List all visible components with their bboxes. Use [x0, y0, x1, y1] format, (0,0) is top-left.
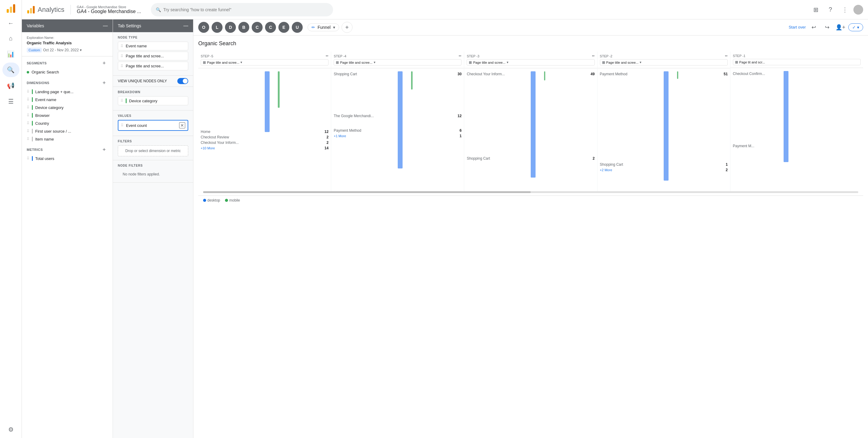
node-type-item-1[interactable]: ⠿ Page title and scree... — [118, 52, 188, 60]
unique-nodes-label: VIEW UNIQUE NODES ONLY — [118, 79, 167, 83]
step-1-body: Checkout Confirm... Payment M... — [731, 68, 863, 191]
step-2-dimension-pill[interactable]: ▦ Page title and scree... ▾ — [600, 59, 728, 66]
unique-nodes-toggle[interactable] — [177, 78, 188, 84]
segment-E[interactable]: E — [278, 22, 289, 33]
step-5-bar-desktop — [265, 71, 270, 132]
add-metric-button[interactable]: + — [100, 146, 108, 153]
undo-icon[interactable]: ↩ — [808, 22, 819, 33]
variables-minimize-button[interactable]: — — [103, 23, 108, 29]
step-2-body: Payment Method 51 Shopping Cart 1 +2 Mor… — [597, 68, 730, 191]
svg-rect-0 — [7, 9, 9, 13]
step-5-edit-icon[interactable]: ✏ — [326, 54, 329, 58]
search-bar[interactable]: 🔍 — [151, 3, 333, 17]
funnel-selector[interactable]: ✏ Funnel ▾ — [308, 23, 339, 31]
dimension-color-bar — [32, 121, 33, 126]
dimension-label: Event name — [35, 97, 56, 102]
funnel-steps: STEP -5 ✏ ▦ Page title and scree... ▾ — [198, 52, 863, 191]
nav-settings-icon[interactable]: ⚙ — [5, 424, 17, 436]
segment-B[interactable]: B — [238, 22, 249, 33]
node-type-item-2[interactable]: ⠿ Page title and scree... — [118, 62, 188, 70]
node-type-item-0[interactable]: ⠿ Event name — [118, 41, 188, 51]
step-col-3: STEP -3 ✏ ▦ Page title and scree... ▾ — [464, 52, 597, 191]
dimension-color-bar — [32, 89, 33, 94]
step-5-body: Home 12 Checkout Review 2 Checkout Your … — [198, 68, 331, 191]
check-chevron-icon: ▾ — [857, 25, 859, 30]
dimension-item-0: ⠿ Landing page + que... — [22, 88, 113, 96]
redo-icon[interactable]: ↪ — [822, 22, 833, 33]
grid-icon[interactable]: ⊞ — [810, 4, 822, 16]
dimension-label: Browser — [35, 113, 50, 118]
breakdown-item-0: ⠿ Device category — [118, 96, 188, 105]
step-5-nodes: Home 12 Checkout Review 2 Checkout Your … — [199, 129, 330, 151]
nav-advertising-icon[interactable]: 📢 — [2, 78, 20, 93]
dimension-label: First user source / ... — [35, 129, 71, 133]
nav-explore-icon[interactable]: 🔍 — [2, 63, 20, 77]
svg-rect-5 — [33, 6, 35, 13]
step-3-node-1: Shopping Cart 2 — [465, 156, 596, 161]
more-vert-icon[interactable]: ⋮ — [839, 4, 851, 16]
step-4-body: Shopping Cart 30 The Google Merchandi...… — [331, 68, 464, 191]
segment-D[interactable]: D — [225, 22, 236, 33]
step-1-nodes: Checkout Confirm... Payment M... — [732, 71, 862, 149]
step-4-edit-icon[interactable]: ✏ — [459, 54, 462, 58]
step-3-body: Checkout Your Inform... 49 Shopping Cart… — [464, 68, 597, 191]
help-icon[interactable]: ? — [824, 4, 836, 16]
check-button[interactable]: ✓ ▾ — [848, 23, 863, 31]
add-tab-button[interactable]: + — [342, 22, 352, 33]
date-chevron-icon[interactable]: ▾ — [80, 48, 82, 52]
values-item-close-button[interactable]: ✕ — [179, 122, 185, 128]
nav-back-button[interactable]: ← — [5, 17, 17, 29]
grip-icon: ⠿ — [121, 123, 124, 127]
viz-area: O L D B C C E U ✏ Funnel ▾ + Start over … — [193, 20, 868, 438]
segment-C2[interactable]: C — [265, 22, 276, 33]
step-3-node-0: Checkout Your Inform... 49 — [465, 71, 596, 77]
legend-dot-mobile — [225, 199, 228, 202]
property-name: GA4 - Google Merchandise ... — [77, 9, 141, 14]
step-5-dimension-pill[interactable]: ▦ Page title and scree... ▾ — [201, 59, 329, 66]
segment-L[interactable]: L — [212, 22, 222, 33]
viz-toolbar-right: Start over ↩ ↪ 👤+ ✓ ▾ — [789, 22, 863, 33]
add-dimension-button[interactable]: + — [100, 79, 108, 87]
nav-reports-icon[interactable]: 📊 — [2, 47, 20, 61]
values-item-label: Event count — [126, 123, 177, 128]
segment-U[interactable]: U — [292, 22, 303, 33]
step-2-edit-icon[interactable]: ✏ — [725, 54, 728, 58]
step-2-number: STEP -2 — [600, 54, 612, 58]
segment-C1[interactable]: C — [252, 22, 262, 33]
step-1-number: STEP -1 — [733, 54, 745, 58]
step-3-header: STEP -3 ✏ ▦ Page title and scree... ▾ — [464, 52, 597, 68]
step-4-dim-label: Page title and scree... — [340, 61, 372, 64]
grip-icon: ⠿ — [27, 129, 29, 133]
grip-icon: ⠿ — [27, 121, 29, 125]
start-over-button[interactable]: Start over — [789, 25, 806, 30]
add-user-icon[interactable]: 👤+ — [835, 22, 846, 33]
svg-rect-3 — [27, 10, 29, 13]
scrollbar-thumb[interactable] — [203, 191, 531, 193]
segment-organic-search: Organic Search — [22, 68, 113, 76]
user-avatar[interactable] — [854, 5, 863, 14]
step-4-dimension-pill[interactable]: ▦ Page title and scree... ▾ — [334, 59, 462, 66]
node-type-section: NODE TYPE ⠿ Event name ⠿ Page title and … — [113, 32, 193, 75]
nav-home-icon[interactable]: ⌂ — [2, 31, 20, 45]
step-col-2: STEP -2 ✏ ▦ Page title and scree... ▾ — [597, 52, 731, 191]
legend-label-mobile: mobile — [229, 198, 240, 202]
step-3-dimension-pill[interactable]: ▦ Page title and scree... ▾ — [467, 59, 594, 66]
dimension-item-4: ⠿ Country — [22, 119, 113, 127]
dimensions-section-header: DIMENSIONS + — [22, 76, 113, 88]
nav-configure-icon[interactable]: ☰ — [2, 94, 20, 109]
add-segment-button[interactable]: + — [100, 60, 108, 67]
legend-row: desktop mobile — [198, 195, 863, 205]
step-1-dimension-pill[interactable]: ▦ Page tit and scr... — [733, 59, 861, 65]
legend-dot-desktop — [203, 199, 206, 202]
segment-O[interactable]: O — [198, 22, 209, 33]
search-input[interactable] — [163, 7, 328, 12]
dimension-item-5: ⠿ First user source / ... — [22, 127, 113, 135]
grip-icon: ⠿ — [27, 105, 29, 110]
filter-drop-area[interactable]: Drop or select dimension or metric — [118, 146, 188, 156]
tab-settings-minimize-button[interactable]: — — [183, 23, 188, 29]
step-1-node-0: Checkout Confirm... — [732, 71, 862, 76]
app-title: Analytics — [38, 6, 64, 14]
breakdown-section: BREAKDOWN ⠿ Device category — [113, 87, 193, 111]
step-3-edit-icon[interactable]: ✏ — [592, 54, 595, 58]
horizontal-scrollbar[interactable] — [203, 191, 858, 193]
